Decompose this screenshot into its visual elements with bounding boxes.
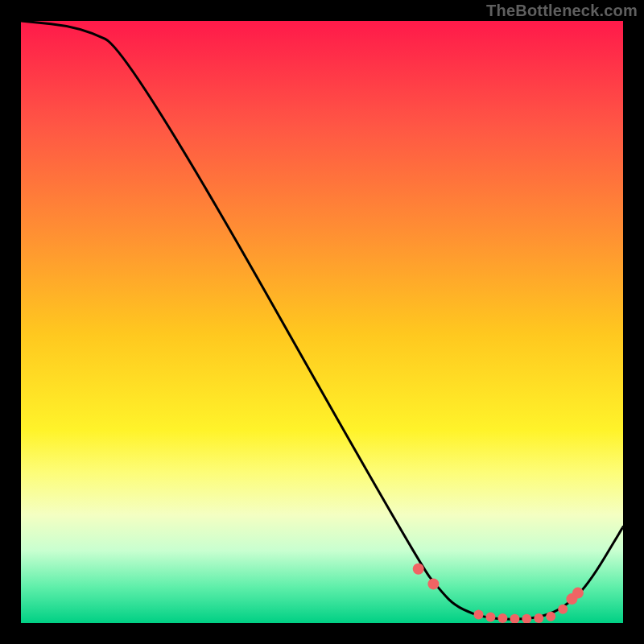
data-markers xyxy=(413,564,584,623)
data-marker xyxy=(474,610,484,620)
attribution-text: TheBottleneck.com xyxy=(486,2,638,20)
data-marker xyxy=(534,613,543,623)
data-marker xyxy=(427,578,439,589)
chart-svg xyxy=(21,21,623,623)
data-marker xyxy=(558,605,568,614)
plot-area xyxy=(21,21,623,623)
data-marker xyxy=(497,613,507,623)
data-marker xyxy=(572,588,584,599)
data-marker xyxy=(522,614,531,623)
data-marker xyxy=(510,614,519,623)
chart-frame: TheBottleneck.com xyxy=(0,0,644,644)
data-curve xyxy=(21,21,623,619)
data-marker xyxy=(546,612,555,621)
data-marker xyxy=(485,613,495,622)
data-marker xyxy=(413,564,424,575)
